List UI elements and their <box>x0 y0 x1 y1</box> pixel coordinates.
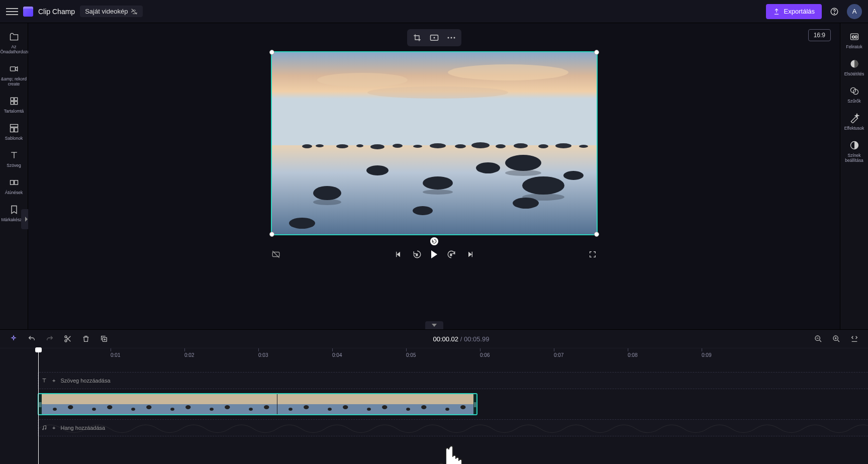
resize-handle-tl[interactable] <box>269 50 274 55</box>
timeline-collapse-toggle[interactable] <box>425 321 443 329</box>
svg-point-28 <box>393 144 403 148</box>
sidebar-item-label: Feliratok <box>846 44 862 49</box>
svg-point-48 <box>313 199 341 205</box>
svg-point-14 <box>434 37 435 38</box>
svg-point-51 <box>505 170 541 176</box>
library-icon <box>9 96 19 106</box>
preview-canvas[interactable] <box>271 51 598 235</box>
sidebar-item-captions[interactable]: CC Feliratok <box>840 28 869 54</box>
svg-point-106 <box>406 408 410 411</box>
sidebar-item-media[interactable]: Az Önadathordozója <box>0 28 28 59</box>
clip-thumb <box>395 394 434 414</box>
clip-trim-handle-right[interactable]: || <box>473 394 476 414</box>
svg-point-50 <box>522 194 564 201</box>
svg-rect-100 <box>356 404 395 414</box>
resize-handle-br[interactable] <box>594 232 599 237</box>
music-note-icon <box>41 425 47 431</box>
magic-button[interactable] <box>9 334 18 343</box>
ruler-tick-label: 0:01 <box>111 352 120 358</box>
resize-handle-bl[interactable] <box>269 232 274 237</box>
svg-rect-83 <box>199 394 238 404</box>
skip-end-button[interactable] <box>465 249 475 259</box>
sidebar-item-filters[interactable]: Szűrők <box>840 82 869 109</box>
svg-point-109 <box>460 405 465 409</box>
svg-rect-9 <box>10 128 14 132</box>
svg-point-77 <box>146 405 151 409</box>
user-avatar[interactable]: A <box>847 4 862 19</box>
export-button[interactable]: Exportálás <box>766 4 822 19</box>
aspect-ratio-button[interactable]: 16:9 <box>808 29 831 41</box>
svg-point-16 <box>450 37 452 39</box>
menu-button[interactable] <box>6 8 18 15</box>
svg-point-29 <box>413 145 422 148</box>
svg-point-42 <box>476 162 500 173</box>
sidebar-item-library[interactable]: Tartalomtá <box>0 92 28 119</box>
audio-track-add[interactable]: + Hang hozzáadása <box>38 419 868 436</box>
sidebar-item-record[interactable]: &amp; rekord create <box>0 60 28 91</box>
filters-icon <box>849 86 859 96</box>
text-track-add[interactable]: + Szöveg hozzáadása <box>38 372 868 389</box>
crop-button[interactable] <box>410 31 424 45</box>
timeline-tracks: + Szöveg hozzáadása || <box>0 362 868 464</box>
sidebar-item-transitions[interactable]: Átúnések <box>0 174 28 200</box>
duplicate-button[interactable] <box>100 334 109 343</box>
zoom-out-button[interactable] <box>814 334 823 343</box>
svg-point-40 <box>423 176 453 190</box>
svg-point-101 <box>382 405 387 409</box>
rewind-icon: 5 <box>413 250 422 259</box>
svg-point-23 <box>302 144 312 148</box>
more-canvas-button[interactable] <box>444 31 458 45</box>
project-name-field[interactable]: Saját videokép <box>80 6 143 17</box>
svg-point-102 <box>367 408 371 411</box>
export-button-label: Exportálás <box>784 8 815 15</box>
sidebar-item-label: Effektusok <box>844 126 864 131</box>
svg-point-21 <box>367 86 508 99</box>
canvas-toolbar <box>407 29 461 46</box>
sidebar-item-colors[interactable]: Színek beállítása <box>840 137 869 168</box>
play-button[interactable] <box>431 250 437 258</box>
svg-point-36 <box>555 143 571 148</box>
rewind-button[interactable]: 5 <box>412 249 422 259</box>
sidebar-item-effects[interactable]: Effektusok <box>840 110 869 136</box>
svg-point-25 <box>336 144 348 148</box>
svg-point-97 <box>343 405 348 409</box>
zoom-in-button[interactable] <box>832 334 841 343</box>
playhead[interactable] <box>38 348 39 464</box>
svg-text:5: 5 <box>450 253 452 256</box>
preview-image <box>272 52 597 234</box>
svg-rect-87 <box>238 394 277 404</box>
delete-button[interactable] <box>81 334 90 343</box>
undo-button[interactable] <box>27 334 36 343</box>
forward-button[interactable]: 5 <box>446 249 456 259</box>
svg-point-110 <box>445 408 449 411</box>
resize-handle-tr[interactable] <box>594 50 599 55</box>
brand-logo-icon <box>23 7 33 17</box>
fit-button[interactable] <box>427 31 441 45</box>
fullscreen-button[interactable] <box>588 249 598 259</box>
clip-thumb <box>159 394 199 414</box>
fit-icon <box>430 34 439 41</box>
svg-point-24 <box>316 144 324 147</box>
svg-rect-18 <box>272 52 597 145</box>
redo-button[interactable] <box>45 334 54 343</box>
video-clip[interactable]: || || <box>38 393 477 415</box>
ruler-tick-label: 0:05 <box>406 352 416 358</box>
rotate-handle[interactable] <box>430 237 438 245</box>
sidebar-item-text[interactable]: Szöveg <box>0 147 28 173</box>
zoom-fit-button[interactable] <box>850 334 859 343</box>
fit-width-icon <box>850 335 858 343</box>
hide-preview-button[interactable] <box>271 249 281 259</box>
ruler-tick-label: 0:08 <box>628 352 637 358</box>
sidebar-item-fade[interactable]: Elsötétítés <box>840 55 869 81</box>
svg-point-94 <box>288 408 293 411</box>
svg-rect-103 <box>395 394 434 404</box>
help-button[interactable] <box>827 4 842 19</box>
sidebar-item-label: Színek beállítása <box>840 153 869 163</box>
sidebar-item-templates[interactable]: Sablonok <box>0 120 28 146</box>
split-button[interactable] <box>63 334 72 343</box>
preview-content-svg <box>272 52 597 234</box>
clip-thumb <box>277 394 317 414</box>
sidebar-item-label: &amp; rekord create <box>1 76 28 86</box>
timeline-ruler[interactable]: 0:01 0:02 0:03 0:04 0:05 0:06 0:07 0:08 … <box>0 348 868 362</box>
skip-start-button[interactable] <box>393 249 403 259</box>
